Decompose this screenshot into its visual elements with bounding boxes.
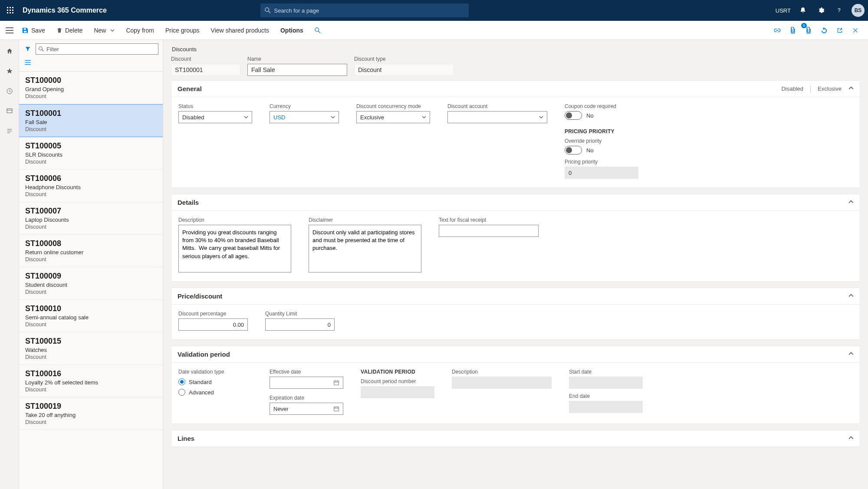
svg-rect-6: [7, 12, 8, 13]
svg-rect-5: [12, 10, 13, 11]
trash-icon: [56, 27, 62, 34]
command-bar-right: 0: [772, 25, 865, 36]
svg-rect-3: [7, 10, 8, 11]
view-shared-label: View shared products: [211, 27, 269, 34]
new-button-label: New: [94, 27, 106, 34]
link-icon[interactable]: [772, 25, 783, 36]
popout-icon[interactable]: [834, 25, 845, 36]
svg-rect-7: [10, 12, 11, 13]
new-button[interactable]: New: [90, 25, 118, 36]
svg-rect-8: [12, 12, 13, 13]
global-header: Dynamics 365 Commerce Search for a page …: [0, 0, 868, 21]
brand-title: Dynamics 365 Commerce: [23, 7, 107, 14]
svg-rect-2: [12, 7, 13, 8]
find-button[interactable]: [311, 26, 324, 35]
notifications-icon[interactable]: [797, 4, 809, 16]
save-button-label: Save: [31, 27, 45, 34]
chevron-down-icon: [110, 28, 115, 33]
delete-button[interactable]: Delete: [53, 25, 86, 36]
svg-line-10: [268, 11, 270, 13]
global-search[interactable]: Search for a page: [260, 3, 469, 17]
price-groups-button[interactable]: Price groups: [162, 25, 203, 36]
save-button[interactable]: Save: [18, 25, 49, 36]
save-icon: [22, 27, 29, 34]
svg-point-9: [265, 8, 269, 12]
search-icon: [265, 7, 271, 13]
help-icon[interactable]: ?: [833, 4, 845, 16]
copy-from-label: Copy from: [126, 27, 154, 34]
app-launcher-icon[interactable]: [3, 3, 17, 17]
attach-badge-icon[interactable]: 0: [803, 25, 814, 36]
svg-rect-12: [6, 27, 13, 28]
view-shared-button[interactable]: View shared products: [207, 25, 273, 36]
copy-from-button[interactable]: Copy from: [122, 25, 158, 36]
close-icon[interactable]: [850, 25, 861, 36]
svg-line-16: [319, 31, 320, 33]
search-icon: [315, 27, 321, 33]
command-bar: Save Delete New Copy from Price groups V…: [0, 21, 868, 40]
company-code[interactable]: USRT: [776, 7, 791, 14]
delete-button-label: Delete: [65, 27, 82, 34]
attach-badge: 0: [801, 23, 807, 28]
price-groups-label: Price groups: [165, 27, 200, 34]
nav-toggle-icon[interactable]: [3, 24, 16, 36]
svg-rect-13: [6, 30, 13, 31]
refresh-icon[interactable]: [819, 25, 830, 36]
svg-point-15: [315, 27, 319, 31]
settings-icon[interactable]: [815, 4, 827, 16]
svg-rect-0: [7, 7, 8, 8]
attach-icon[interactable]: [787, 25, 799, 36]
options-label: Options: [280, 27, 303, 34]
svg-rect-14: [6, 33, 13, 33]
header-right: USRT ? BS: [776, 4, 865, 17]
global-search-wrap: Search for a page: [260, 3, 469, 17]
global-search-placeholder: Search for a page: [274, 7, 319, 14]
svg-rect-1: [10, 7, 11, 8]
svg-text:?: ?: [838, 7, 841, 13]
user-avatar[interactable]: BS: [852, 4, 865, 17]
options-button[interactable]: Options: [277, 25, 307, 36]
svg-rect-4: [10, 10, 11, 11]
